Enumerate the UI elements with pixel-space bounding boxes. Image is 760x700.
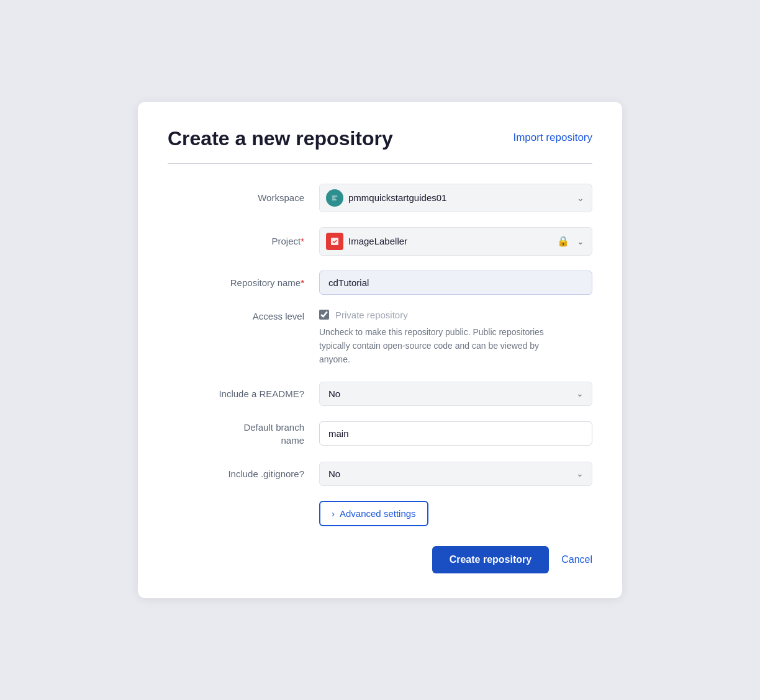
cancel-button[interactable]: Cancel [561,554,592,565]
create-repository-button[interactable]: Create repository [432,546,550,573]
access-level-field: Private repository Uncheck to make this … [319,310,592,367]
repository-name-field [319,271,592,295]
workspace-row: Workspace pmmquickstartguides01 ⌄ [168,184,592,212]
include-gitignore-field: No Yes ⌄ [319,462,592,486]
include-readme-field: No Yes ⌄ [319,382,592,406]
workspace-chevron-icon: ⌄ [577,193,584,203]
access-level-label: Access level [168,310,304,323]
project-lock-icon: 🔒 [557,235,569,247]
workspace-avatar [326,189,343,207]
advanced-settings-row: › Advanced settings [168,501,592,526]
header-divider [168,163,592,164]
project-required: * [301,236,304,246]
default-branch-field [319,421,592,446]
default-branch-input[interactable] [319,421,592,446]
repo-name-required: * [301,277,304,288]
workspace-select[interactable]: pmmquickstartguides01 ⌄ [319,184,592,212]
project-value: ImageLabeller [348,236,552,246]
form-actions: Create repository Cancel [168,546,592,573]
include-readme-row: Include a README? No Yes ⌄ [168,382,592,406]
access-level-description: Uncheck to make this repository public. … [319,325,568,367]
project-label: Project* [168,235,304,248]
project-row: Project* ImageLabeller 🔒 ⌄ [168,227,592,256]
include-gitignore-select[interactable]: No Yes [319,462,592,486]
create-repo-form: Workspace pmmquickstartguides01 ⌄ Proje [168,184,592,573]
workspace-label: Workspace [168,191,304,204]
repository-name-label: Repository name* [168,276,304,289]
repository-name-input[interactable] [319,271,592,295]
include-gitignore-label: Include .gitignore? [168,467,304,480]
create-repository-dialog: Create a new repository Import repositor… [138,102,622,598]
svg-rect-1 [331,238,338,245]
default-branch-row: Default branch name [168,421,592,447]
private-repo-label: Private repository [335,310,408,320]
project-select[interactable]: ImageLabeller 🔒 ⌄ [319,227,592,256]
private-repo-checkbox[interactable] [319,310,329,320]
include-gitignore-select-wrapper: No Yes ⌄ [319,462,592,486]
dialog-header: Create a new repository Import repositor… [168,127,592,150]
private-repo-checkbox-row: Private repository [319,310,592,320]
advanced-settings-label: Advanced settings [340,508,416,519]
access-level-row: Access level Private repository Uncheck … [168,310,592,367]
project-icon [326,233,343,250]
default-branch-label: Default branch name [168,421,304,447]
project-field: ImageLabeller 🔒 ⌄ [319,227,592,256]
page-title: Create a new repository [168,127,393,150]
workspace-value: pmmquickstartguides01 [348,192,572,203]
include-readme-select-wrapper: No Yes ⌄ [319,382,592,406]
project-chevron-icon: ⌄ [577,236,584,246]
include-readme-select[interactable]: No Yes [319,382,592,406]
repository-name-row: Repository name* [168,271,592,295]
include-gitignore-row: Include .gitignore? No Yes ⌄ [168,462,592,486]
workspace-field: pmmquickstartguides01 ⌄ [319,184,592,212]
advanced-chevron-icon: › [332,508,335,519]
import-repository-link[interactable]: Import repository [513,127,592,144]
advanced-settings-button[interactable]: › Advanced settings [319,501,428,526]
include-readme-label: Include a README? [168,387,304,400]
